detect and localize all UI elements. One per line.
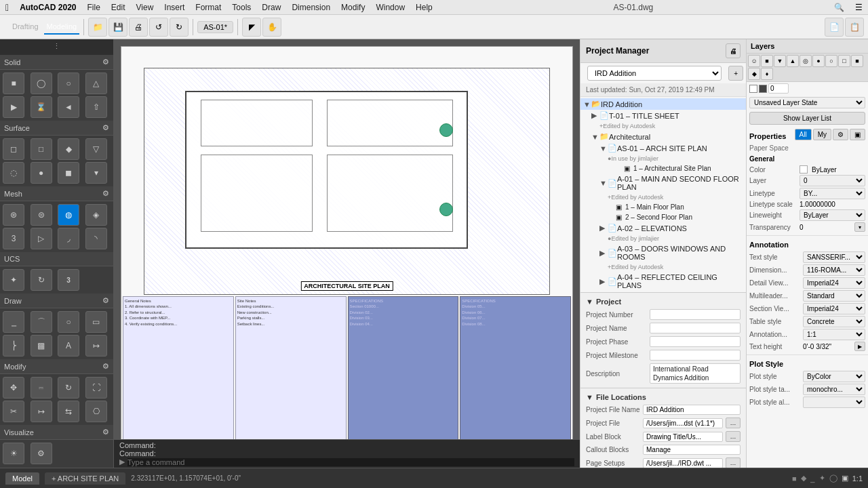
mesh-tool-5[interactable]: 3 bbox=[3, 228, 24, 249]
layer-state-select[interactable]: Unsaved Layer State bbox=[749, 97, 865, 108]
tree-as01[interactable]: ▼ 📄 AS-01 – ARCH SITE PLAN bbox=[597, 142, 746, 154]
tree-t01[interactable]: ▶ 📄 T-01 – TITLE SHEET bbox=[589, 110, 746, 121]
ucs-tool-2[interactable]: ↻ bbox=[31, 269, 52, 291]
project-manager-btn[interactable]: 📄 bbox=[825, 18, 844, 37]
transparency-btn[interactable]: ▾ bbox=[854, 222, 865, 232]
trim-tool[interactable]: ✂ bbox=[3, 401, 24, 422]
annotation-scale-select[interactable]: 1:1 bbox=[803, 329, 865, 340]
surface-tool-6[interactable]: ● bbox=[31, 162, 52, 184]
mesh-tool-8[interactable]: ◝ bbox=[85, 228, 107, 249]
save-btn[interactable]: 💾 bbox=[108, 18, 127, 37]
menu-file[interactable]: File bbox=[87, 3, 100, 12]
callout-blocks-value[interactable]: Manage bbox=[643, 445, 741, 455]
extrude-tool[interactable]: ⇧ bbox=[85, 96, 107, 118]
menu-draw[interactable]: Draw bbox=[262, 3, 281, 12]
surface-tool-3[interactable]: ◆ bbox=[58, 138, 79, 160]
plot-style-table-select[interactable]: monochro... bbox=[803, 384, 865, 395]
dim-tool[interactable]: ↦ bbox=[85, 335, 107, 357]
pyramid-tool[interactable]: ◄ bbox=[58, 96, 79, 118]
layer-tool-1[interactable]: ☺ bbox=[748, 55, 760, 67]
menu-icon[interactable]: ☰ bbox=[855, 3, 863, 12]
menu-help[interactable]: Help bbox=[416, 3, 433, 12]
project-phase-value[interactable] bbox=[650, 336, 741, 347]
mesh-tool-4[interactable]: ◈ bbox=[85, 204, 107, 226]
modify-settings-icon[interactable]: ⚙ bbox=[102, 362, 109, 371]
circle-tool[interactable]: ○ bbox=[58, 311, 79, 333]
menu-view[interactable]: View bbox=[136, 3, 154, 12]
mesh-tool-2[interactable]: ⊜ bbox=[31, 204, 52, 226]
extend-tool[interactable]: ↦ bbox=[31, 401, 52, 422]
menu-format[interactable]: Format bbox=[195, 3, 221, 12]
multileader-select[interactable]: Standard bbox=[803, 290, 865, 302]
menu-insert[interactable]: Insert bbox=[164, 3, 184, 12]
tree-arch-site-plan[interactable]: ▣ 1 – Architectural Site Plan bbox=[613, 163, 746, 174]
menu-modify[interactable]: Modify bbox=[341, 3, 365, 12]
ucs-3[interactable]: 3 bbox=[58, 269, 79, 291]
sphere-tool[interactable]: ◯ bbox=[31, 73, 52, 94]
draw-settings-icon[interactable]: ⚙ bbox=[102, 296, 109, 305]
layer-tool-3[interactable]: ▼ bbox=[774, 55, 786, 67]
line-tool[interactable]: ⎯ bbox=[3, 311, 24, 333]
project-name-value[interactable] bbox=[650, 323, 741, 333]
pm-print-btn[interactable]: 🖨 bbox=[726, 43, 741, 58]
redo-btn[interactable]: ↻ bbox=[170, 18, 189, 37]
pan-btn[interactable]: ✋ bbox=[262, 18, 281, 37]
panel-tab-1[interactable]: ⋮ bbox=[0, 39, 113, 55]
surface-settings-icon[interactable]: ⚙ bbox=[102, 123, 109, 132]
plot-style-select[interactable]: ByColor bbox=[803, 371, 865, 382]
project-file-value[interactable]: /Users/jim....dst (v1.1*) bbox=[643, 418, 723, 428]
section-view-select[interactable]: Imperial24 bbox=[803, 303, 865, 314]
tab-my[interactable]: My bbox=[813, 129, 831, 140]
polar-icon[interactable]: ✦ bbox=[819, 474, 825, 483]
pline-tool[interactable]: ⎬ bbox=[3, 335, 24, 357]
label-block-value[interactable]: Drawing Title/Us... bbox=[643, 432, 723, 442]
rotate-tool[interactable]: ↻ bbox=[58, 377, 79, 399]
tab-all[interactable]: All bbox=[795, 129, 812, 140]
text-height-btn[interactable]: ▶ bbox=[854, 342, 865, 351]
arch-site-plan-tab[interactable]: + ARCH SITE PLAN bbox=[45, 472, 125, 485]
scale-tool[interactable]: ⛶ bbox=[85, 377, 107, 399]
layer-tool-8[interactable]: □ bbox=[838, 55, 850, 67]
layer-tool-6[interactable]: ● bbox=[812, 55, 825, 67]
project-file-browse[interactable]: … bbox=[726, 418, 741, 428]
tree-a01[interactable]: ▼ 📄 A-01 – MAIN AND SECOND FLOOR PLAN bbox=[597, 174, 746, 192]
layer-number-input[interactable] bbox=[768, 83, 789, 94]
tree-second-floor[interactable]: ▣ 2 – Second Floor Plan bbox=[613, 212, 746, 222]
tree-a04[interactable]: ▶ 📄 A-04 – REFLECTED CEILING PLANS bbox=[597, 272, 746, 291]
ortho-icon[interactable]: ⎯ bbox=[810, 474, 815, 483]
print-btn[interactable]: 🖨 bbox=[129, 18, 148, 37]
tab-expand[interactable]: ▣ bbox=[850, 129, 865, 140]
page-setups-value[interactable]: /Users/jil.../IRD.dwt ... bbox=[643, 458, 723, 468]
ucs-tool-1[interactable]: ✦ bbox=[3, 269, 24, 291]
cone-tool[interactable]: △ bbox=[85, 73, 107, 94]
torus-tool[interactable]: ⌛ bbox=[31, 96, 52, 118]
project-dropdown[interactable]: IRD Addition bbox=[587, 66, 722, 81]
tree-a03[interactable]: ▶ 📄 A-03 – DOORS WINDOWS AND ROOMS bbox=[597, 243, 746, 262]
tool-palettes-btn[interactable]: 📋 bbox=[845, 18, 864, 37]
active-tab-label[interactable]: AS-01* bbox=[197, 21, 233, 33]
open-btn[interactable]: 📁 bbox=[88, 18, 107, 37]
layer-tool-4[interactable]: ▲ bbox=[787, 55, 799, 67]
anno-scale-icon[interactable]: 1:1 bbox=[852, 474, 863, 483]
text-style-select[interactable]: SANSSERIF... bbox=[803, 251, 865, 263]
label-block-browse[interactable]: … bbox=[726, 431, 741, 442]
table-style-select[interactable]: Concrete bbox=[803, 316, 865, 327]
surface-tool-8[interactable]: ▾ bbox=[85, 162, 107, 184]
canvas-area[interactable]: ARCHITECTURAL SITE PLAN General Notes1. … bbox=[114, 39, 580, 468]
box-tool[interactable]: ■ bbox=[3, 73, 24, 94]
tree-root[interactable]: ▼ 📂 IRD Addition bbox=[580, 98, 746, 110]
model-space-icon[interactable]: ▣ bbox=[842, 474, 848, 483]
layer-tool-11[interactable]: ♦ bbox=[761, 68, 773, 80]
mesh-tool-1[interactable]: ⊛ bbox=[3, 204, 24, 226]
surface-tool-1[interactable]: ◻ bbox=[3, 138, 24, 160]
page-setups-browse[interactable]: … bbox=[726, 458, 741, 468]
copy-tool[interactable]: ⎓ bbox=[31, 377, 52, 399]
color-swatch-white[interactable] bbox=[749, 85, 757, 93]
project-section-header[interactable]: ▼ Project bbox=[580, 296, 746, 308]
layer-tool-9[interactable]: ■ bbox=[851, 55, 863, 67]
render-tool-1[interactable]: ☀ bbox=[3, 443, 24, 464]
tab-drafting[interactable]: Drafting bbox=[9, 20, 41, 35]
tab-modeling[interactable]: Modeling bbox=[44, 20, 80, 35]
layer-tool-5[interactable]: ◎ bbox=[800, 55, 812, 67]
arc-tool[interactable]: ⌒ bbox=[31, 311, 52, 333]
